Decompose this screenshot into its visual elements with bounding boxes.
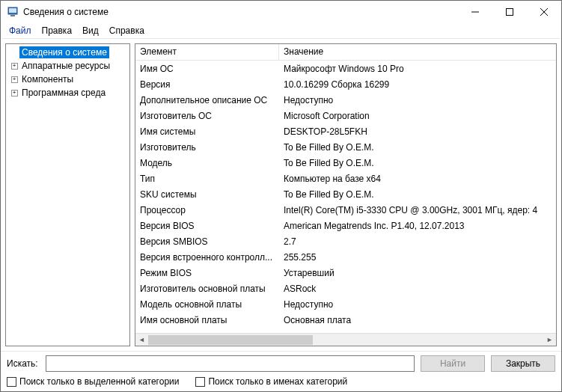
checkbox-names-label: Поиск только в именах категорий [208,376,347,387]
row-name: Тип [140,174,155,184]
window-title: Сведения о системе [23,7,109,17]
menubar: Файл Правка Вид Справка [1,23,561,38]
table-row[interactable]: Изготовитель основной платыASRock [135,281,556,296]
tree-item-label: Аппаратные ресурсы [19,60,112,72]
table-row[interactable]: Имя основной платыОсновная плата [135,312,556,328]
scroll-track[interactable] [148,334,543,346]
tree-item[interactable]: +Программная среда [7,86,128,99]
menu-edit[interactable]: Правка [37,24,78,37]
row-value: Основная плата [284,315,351,325]
svg-rect-4 [507,9,513,16]
row-value: Компьютер на базе x64 [284,174,381,184]
row-name: Имя ОС [140,64,174,74]
search-label: Искать: [7,358,40,369]
row-name: Модель [140,158,172,168]
minimize-button[interactable] [458,1,492,23]
row-name: Версия SMBIOS [140,236,208,247]
row-value: 255.255 [284,252,316,263]
row-name: SKU системы [140,189,197,200]
row-name: Изготовитель основной платы [140,284,266,294]
row-name: Имя основной платы [140,315,227,325]
row-value: To Be Filled By O.E.M. [284,142,374,153]
row-name: Версия встроенного контролл... [140,252,272,263]
menu-view[interactable]: Вид [77,24,104,37]
row-value: American Megatrends Inc. P1.40, 12.07.20… [284,221,464,231]
tree-item[interactable]: +Компоненты [7,73,128,86]
checkbox-category-label: Поиск только в выделенной категории [19,376,179,387]
row-name: Изготовитель [140,142,196,153]
row-value: Недоступно [284,299,333,310]
row-value: ASRock [284,284,316,294]
search-input[interactable] [46,355,415,372]
column-header-value[interactable]: Значение [279,44,556,60]
menu-file[interactable]: Файл [4,24,37,37]
row-value: Майкрософт Windows 10 Pro [284,64,404,74]
menu-help[interactable]: Справка [104,24,150,37]
msinfo-window: Сведения о системе Файл Правка Вид Справ… [0,0,562,392]
maximize-button[interactable] [492,1,527,23]
table-row[interactable]: МодельTo Be Filled By O.E.M. [135,155,556,171]
table-row[interactable]: Версия встроенного контролл...255.255 [135,249,556,265]
checkbox-icon [195,377,205,387]
tree-expand-icon[interactable]: + [11,90,18,97]
row-name: Версия BIOS [140,221,195,231]
tree-item-label: Программная среда [19,87,108,99]
svg-rect-2 [10,15,15,16]
horizontal-scrollbar[interactable]: ◄ ► [135,333,556,346]
table-row[interactable]: Модель основной платыНедоступно [135,296,556,312]
list-header: Элемент Значение [135,44,556,61]
table-row[interactable]: Имя системыDESKTOP-28L5FKH [135,123,556,139]
row-name: Имя системы [140,126,195,137]
table-row[interactable]: Версия SMBIOS2.7 [135,233,556,249]
table-row[interactable]: ПроцессорIntel(R) Core(TM) i5-3330 CPU @… [135,202,556,218]
content-area: Сведения о системе +Аппаратные ресурсы+К… [1,39,561,351]
tree-expand-icon[interactable]: + [11,63,18,70]
scroll-left-icon[interactable]: ◄ [135,334,148,346]
search-panel: Искать: Найти Закрыть Поиск только в выд… [1,351,561,391]
list-body[interactable]: Имя ОСМайкрософт Windows 10 ProВерсия10.… [135,61,556,333]
row-name: Версия [140,79,171,90]
titlebar: Сведения о системе [1,1,561,23]
row-value: DESKTOP-28L5FKH [284,126,367,137]
app-icon [7,6,19,18]
row-value: To Be Filled By O.E.M. [284,158,374,168]
table-row[interactable]: Дополнительное описание ОСНедоступно [135,92,556,108]
column-header-name[interactable]: Элемент [135,44,279,60]
svg-rect-1 [9,8,16,13]
row-name: Режим BIOS [140,268,192,278]
close-search-button[interactable]: Закрыть [491,355,555,372]
table-row[interactable]: ТипКомпьютер на базе x64 [135,171,556,186]
row-value: Intel(R) Core(TM) i5-3330 CPU @ 3.00GHz,… [284,205,537,215]
row-value: 10.0.16299 Сборка 16299 [284,79,389,90]
checkbox-category-only[interactable]: Поиск только в выделенной категории [7,376,179,387]
find-button[interactable]: Найти [421,355,485,372]
table-row[interactable]: SKU системыTo Be Filled By O.E.M. [135,186,556,202]
row-value: Microsoft Corporation [284,111,370,121]
table-row[interactable]: ИзготовительTo Be Filled By O.E.M. [135,139,556,155]
scroll-right-icon[interactable]: ► [543,334,556,346]
tree-item-label: Компоненты [19,73,76,85]
list-pane: Элемент Значение Имя ОСМайкрософт Window… [135,43,557,346]
tree-pane[interactable]: Сведения о системе +Аппаратные ресурсы+К… [5,43,130,346]
row-value: To Be Filled By O.E.M. [284,189,374,200]
table-row[interactable]: Версия BIOSAmerican Megatrends Inc. P1.4… [135,218,556,233]
row-name: Модель основной платы [140,299,242,310]
row-name: Дополнительное описание ОС [140,95,267,105]
close-button[interactable] [527,1,561,23]
table-row[interactable]: Версия10.0.16299 Сборка 16299 [135,76,556,92]
table-row[interactable]: Изготовитель ОСMicrosoft Corporation [135,108,556,123]
row-value: 2.7 [284,236,296,247]
row-value: Недоступно [284,95,333,105]
row-name: Изготовитель ОС [140,111,212,121]
table-row[interactable]: Режим BIOSУстаревший [135,265,556,281]
checkbox-names-only[interactable]: Поиск только в именах категорий [195,376,347,387]
row-value: Устаревший [284,268,335,278]
checkbox-icon [7,377,16,387]
tree-expand-icon[interactable]: + [11,76,18,83]
tree-root-label: Сведения о системе [19,46,109,58]
row-name: Процессор [140,205,186,215]
tree-item[interactable]: +Аппаратные ресурсы [7,59,128,73]
table-row[interactable]: Имя ОСМайкрософт Windows 10 Pro [135,61,556,76]
tree-root-row[interactable]: Сведения о системе [7,46,128,59]
scroll-thumb[interactable] [148,335,313,345]
